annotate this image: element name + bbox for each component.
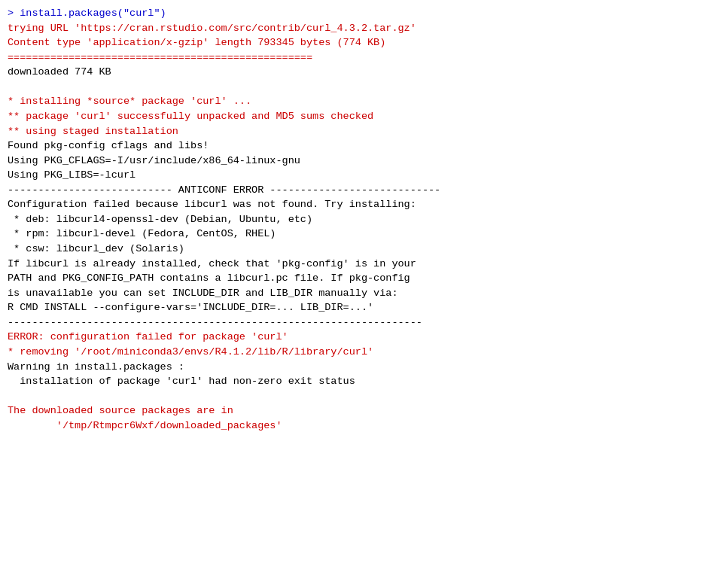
terminal-line: Found pkg-config cflags and libs! (8, 140, 209, 151)
terminal-line: * removing '/root/miniconda3/envs/R4.1.2… (8, 346, 373, 358)
terminal-line: If libcurl is already installed, check t… (8, 258, 416, 269)
terminal-line: ** using staged installation (8, 126, 178, 137)
terminal-line: '/tmp/Rtmpcr6Wxf/downloaded_packages' (8, 420, 282, 431)
terminal-line: * rpm: libcurl-devel (Fedora, CentOS, RH… (8, 228, 276, 239)
terminal-line: ** package 'curl' successfully unpacked … (8, 111, 373, 122)
terminal-line: is unavailable you can set INCLUDE_DIR a… (8, 288, 398, 299)
terminal-output: > install.packages("curl") trying URL 'h… (8, 6, 720, 433)
terminal-line: installation of package 'curl' had non-z… (8, 376, 355, 387)
terminal-line: > install.packages("curl") (8, 8, 166, 19)
terminal-line: Warning in install.packages : (8, 361, 184, 373)
terminal-line: Configuration failed because libcurl was… (8, 199, 416, 210)
terminal-line: Content type 'application/x-gzip' length… (8, 37, 385, 48)
terminal-line: * deb: libcurl4-openssl-dev (Debian, Ubu… (8, 214, 312, 225)
terminal-line: trying URL 'https://cran.rstudio.com/src… (8, 23, 416, 34)
terminal-line: * installing *source* package 'curl' ... (8, 96, 251, 107)
terminal-line: ----------------------------------------… (8, 317, 422, 328)
terminal-line: --------------------------- ANTICONF ERR… (8, 184, 440, 196)
terminal-line: ========================================… (8, 52, 312, 63)
terminal-line: * csw: libcurl_dev (Solaris) (8, 243, 184, 254)
terminal-line: downloaded 774 KB (8, 66, 111, 78)
terminal-line: R CMD INSTALL --configure-vars='INCLUDE_… (8, 302, 373, 313)
terminal-line: The downloaded source packages are in (8, 405, 233, 416)
terminal-line: Using PKG_CFLAGS=-I/usr/include/x86_64-l… (8, 155, 300, 166)
terminal-line: PATH and PKG_CONFIG_PATH contains a libc… (8, 272, 410, 284)
terminal-line: ERROR: configuration failed for package … (8, 331, 288, 342)
terminal-line: Using PKG_LIBS=-lcurl (8, 169, 136, 181)
